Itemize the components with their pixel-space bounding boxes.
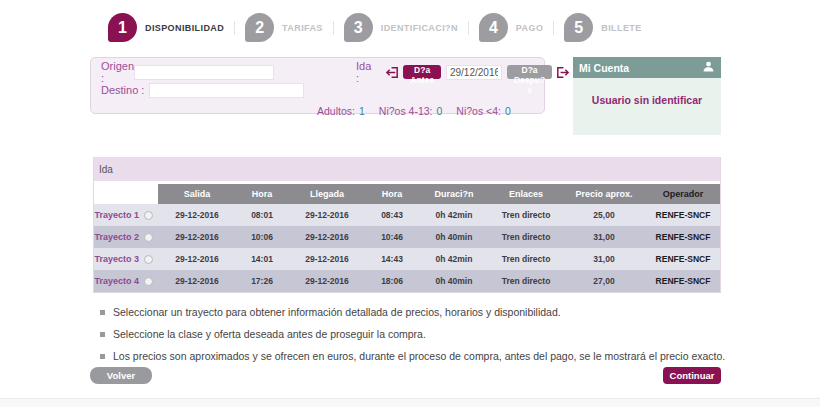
trayecto-label: Trayecto 1 (94, 210, 139, 220)
account-body: Usuario sin identificar (573, 78, 721, 135)
cell-hora-salida: 17:26 (236, 270, 288, 292)
adults-label: Adultos: (317, 105, 355, 117)
ida-label: Ida : (356, 60, 371, 84)
header-enlaces: Enlaces (490, 184, 562, 204)
account-box: Mi Cuenta Usuario sin identificar (573, 57, 721, 135)
cell-llegada: 29-12-2016 (288, 270, 366, 292)
trayecto-radio[interactable] (144, 277, 153, 286)
cell-operador: RENFE-SNCF (646, 204, 720, 226)
cell-duracion: 0h 42min (418, 248, 490, 270)
cell-salida: 29-12-2016 (158, 226, 236, 248)
table-row-trayecto-2[interactable]: Trayecto 2 29-12-2016 10:06 29-12-2016 1… (94, 226, 720, 248)
step-number-badge: 4 (479, 13, 508, 42)
results-table: Ida Salida Hora Llegada Hora Duraci?n En… (93, 157, 721, 293)
header-operador: Operador (646, 184, 720, 204)
step-number-badge: 2 (245, 13, 274, 42)
account-header: Mi Cuenta (573, 57, 721, 78)
table-row-trayecto-3[interactable]: Trayecto 3 29-12-2016 14:01 29-12-2016 1… (94, 248, 720, 270)
cell-hora-salida: 10:06 (236, 226, 288, 248)
square-bullet-icon (100, 354, 105, 359)
cell-enlaces: Tren directo (490, 204, 562, 226)
trayecto-radio[interactable] (144, 233, 153, 242)
cell-salida: 29-12-2016 (158, 204, 236, 226)
cell-duracion: 0h 40min (418, 226, 490, 248)
arrow-right-exit-icon[interactable] (555, 65, 570, 80)
cell-enlaces: Tren directo (490, 270, 562, 292)
children-4-13-label: Ni?os 4-13: (379, 105, 433, 117)
notes-list: Seleccionar un trayecto para obtener inf… (100, 306, 725, 372)
step-number-badge: 1 (108, 13, 137, 42)
account-title: Mi Cuenta (579, 62, 629, 74)
step-pago[interactable]: 4 PAGO (479, 13, 543, 42)
note-text: Seleccione la clase y oferta deseada ant… (113, 328, 426, 340)
cell-salida: 29-12-2016 (158, 248, 236, 270)
square-bullet-icon (100, 332, 105, 337)
header-precio: Precio aprox. (562, 184, 646, 204)
step-indicator: 1 DISPONIBILIDAD 2 TARIFAS 3 IDENTIFICAC… (108, 13, 642, 42)
step-identificacion[interactable]: 3 IDENTIFICACI?N (344, 13, 458, 42)
bottom-strip (0, 398, 820, 407)
table-row-trayecto-1[interactable]: Trayecto 1 29-12-2016 08:01 29-12-2016 0… (94, 204, 720, 226)
cell-enlaces: Tren directo (490, 248, 562, 270)
cell-hora-salida: 14:01 (236, 248, 288, 270)
step-separator (234, 21, 235, 35)
note-item: Seleccione la clase y oferta deseada ant… (100, 328, 725, 340)
day-before-button[interactable]: D?a Antes (403, 65, 441, 79)
note-item: Seleccionar un trayecto para obtener inf… (100, 306, 725, 318)
header-empty (94, 184, 158, 204)
children-4-13-value: 0 (437, 105, 443, 117)
step-billete[interactable]: 5 BILLETE (564, 13, 641, 42)
trayecto-radio[interactable] (144, 211, 153, 220)
note-text: Los precios son aproximados y se ofrecen… (113, 350, 725, 362)
back-button[interactable]: Volver (90, 367, 152, 384)
cell-operador: RENFE-SNCF (646, 248, 720, 270)
trayecto-label: Trayecto 2 (94, 232, 139, 242)
origin-label: Origen : (101, 60, 134, 84)
cell-hora-llegada: 10:46 (366, 226, 418, 248)
cell-precio: 31,00 (562, 248, 646, 270)
header-hora-llegada: Hora (366, 184, 418, 204)
table-row-trayecto-4[interactable]: Trayecto 4 29-12-2016 17:26 29-12-2016 1… (94, 270, 720, 292)
cell-hora-llegada: 14:43 (366, 248, 418, 270)
destination-input[interactable] (149, 83, 304, 98)
account-status: Usuario sin identificar (592, 94, 702, 135)
origin-input[interactable] (134, 65, 274, 80)
trayecto-label: Trayecto 4 (94, 276, 139, 286)
step-label: TARIFAS (282, 23, 323, 33)
cell-precio: 25,00 (562, 204, 646, 226)
adults-value: 1 (359, 105, 365, 117)
search-form: Origen : Ida : D?a Antes D?a Despu?s Des… (90, 57, 545, 114)
step-number-badge: 5 (564, 13, 593, 42)
cell-llegada: 29-12-2016 (288, 226, 366, 248)
table-section-title: Ida (94, 157, 720, 181)
cell-hora-llegada: 18:06 (366, 270, 418, 292)
step-label: BILLETE (601, 23, 641, 33)
page: 1 DISPONIBILIDAD 2 TARIFAS 3 IDENTIFICAC… (0, 0, 820, 407)
cell-precio: 31,00 (562, 226, 646, 248)
day-after-button[interactable]: D?a Despu?s (507, 65, 552, 79)
cell-operador: RENFE-SNCF (646, 226, 720, 248)
cell-operador: RENFE-SNCF (646, 270, 720, 292)
cell-duracion: 0h 42min (418, 204, 490, 226)
table-header-row: Salida Hora Llegada Hora Duraci?n Enlace… (94, 184, 720, 204)
cell-enlaces: Tren directo (490, 226, 562, 248)
note-text: Seleccionar un trayecto para obtener inf… (113, 306, 561, 318)
cell-llegada: 29-12-2016 (288, 204, 366, 226)
cell-precio: 27,00 (562, 270, 646, 292)
continue-button[interactable]: Continuar (663, 367, 721, 384)
trayecto-radio[interactable] (144, 255, 153, 264)
step-disponibilidad[interactable]: 1 DISPONIBILIDAD (108, 13, 224, 42)
destination-label: Destino : (101, 84, 149, 96)
children-under4-value: 0 (505, 105, 511, 117)
date-input[interactable] (446, 65, 502, 80)
step-separator (553, 21, 554, 35)
cell-hora-llegada: 08:43 (366, 204, 418, 226)
square-bullet-icon (100, 310, 105, 315)
header-salida: Salida (158, 184, 236, 204)
step-separator (333, 21, 334, 35)
children-under4-label: Ni?os <4: (456, 105, 501, 117)
step-tarifas[interactable]: 2 TARIFAS (245, 13, 323, 42)
arrow-left-enter-icon[interactable] (385, 65, 400, 80)
step-label: DISPONIBILIDAD (145, 23, 224, 33)
cell-duracion: 0h 40min (418, 270, 490, 292)
